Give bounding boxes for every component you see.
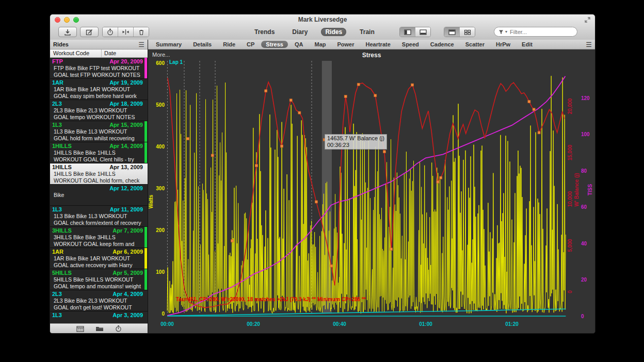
- chart-tab-qa[interactable]: QA: [290, 41, 308, 48]
- ride-color-bar: [144, 58, 147, 78]
- tiled-view-button[interactable]: [460, 27, 475, 37]
- ride-description-line1: 2L3 Bike Bike 2L3 WORKOUT: [50, 107, 148, 114]
- svg-text:00:20: 00:20: [247, 321, 260, 327]
- main-tab-diary[interactable]: Diary: [288, 28, 312, 36]
- ride-description-line2: GOAL active recovery with Harry: [50, 262, 148, 269]
- ride-date: Apr 12, 2009: [109, 185, 143, 192]
- ride-color-bar: [144, 142, 147, 163]
- sidebar-menu-icon[interactable]: ☰: [138, 41, 144, 48]
- main-tab-trends[interactable]: Trends: [250, 28, 279, 36]
- ride-list-item[interactable]: 2L3 Apr 18, 2009 2L3 Bike Bike 2L3 WORKO…: [50, 100, 148, 121]
- chart-tab-cp[interactable]: CP: [242, 41, 259, 48]
- calendar-icon[interactable]: [76, 325, 84, 332]
- ride-date: Apr 20, 2009: [109, 58, 143, 65]
- chart-tab-heartrate[interactable]: Heartrate: [361, 41, 395, 48]
- ride-workout-code: 1HILLS: [52, 143, 72, 150]
- chart-tab-power[interactable]: Power: [332, 41, 359, 48]
- window-header: Mark Liversedge: [50, 14, 595, 40]
- main-tab-train[interactable]: Train: [356, 28, 379, 36]
- svg-text:10,000: 10,000: [567, 191, 573, 207]
- chart-title: Stress: [148, 52, 595, 59]
- ride-list-item[interactable]: 1L3 Apr 15, 2009 1L3 Bike Bike 1L3 WORKO…: [50, 121, 148, 142]
- hover-tooltip: 14635.7 W' Balance (j) 00:36:23: [325, 134, 387, 150]
- bottombar-toggle-button[interactable]: [415, 27, 430, 37]
- ride-date: Apr 5, 2009: [112, 270, 143, 276]
- cp-annotation: Tau=451, CP=280, W'=23000, 18 matches >2…: [176, 297, 366, 302]
- ride-list-item[interactable]: 1L3 Apr 11, 2009 1L3 Bike Bike 1L3 WORKO…: [50, 206, 148, 227]
- ride-date: Apr 15, 2009: [109, 122, 143, 128]
- titlebar[interactable]: Mark Liversedge: [50, 14, 595, 25]
- bottombar-toggle-icon: [420, 29, 427, 35]
- chart-tab-ride[interactable]: Ride: [218, 41, 240, 48]
- ride-workout-code: 3HILLS: [52, 227, 72, 234]
- column-workout-code[interactable]: Workout Code: [50, 50, 102, 57]
- ride-list-item[interactable]: 1AR Apr 19, 2009 1AR Bike Bike 1AR WORKO…: [50, 79, 148, 100]
- ride-list-item[interactable]: 5HILLS Apr 5, 2009 5HILLS Bike 5HILLS WO…: [50, 269, 148, 290]
- chart-tab-map[interactable]: Map: [310, 41, 330, 48]
- main-tab-rides[interactable]: Rides: [321, 28, 346, 36]
- tiled-view-icon: [464, 29, 471, 35]
- ride-description-line2: GOAL tempo and mountains! weight: [50, 283, 148, 290]
- sidebar-toggle-icon: [404, 29, 411, 35]
- tabbed-view-button[interactable]: [444, 27, 460, 37]
- ride-list[interactable]: FTP Apr 20, 2009 FTP Bike Bike FTP test …: [50, 58, 148, 324]
- ride-list-item[interactable]: Apr 12, 2009 Bike: [50, 185, 148, 206]
- chart-tab-hrpw[interactable]: HrPw: [491, 41, 515, 48]
- split-button[interactable]: [118, 27, 134, 37]
- ride-description-line2: GOAL don't get lost! WORKOUT: [50, 304, 148, 311]
- ride-description-line1: 1L3 Bike Bike 1L3 WORKOUT: [50, 213, 148, 220]
- filter-field[interactable]: ▾: [494, 27, 577, 37]
- ride-list-item[interactable]: 1L3 Apr 3, 2009: [50, 311, 148, 324]
- column-date[interactable]: Date: [102, 50, 116, 57]
- folder-icon[interactable]: [95, 325, 104, 332]
- fullscreen-icon[interactable]: [584, 17, 591, 24]
- stopwatch-icon[interactable]: [115, 325, 122, 332]
- chart-tab-edit[interactable]: Edit: [517, 41, 537, 48]
- ride-list-item[interactable]: FTP Apr 20, 2009 FTP Bike Bike FTP test …: [50, 58, 148, 79]
- filter-input[interactable]: [509, 28, 562, 36]
- ride-description-line1: 1HILLS Bike Bike 1HILLS: [50, 171, 148, 177]
- svg-text:80: 80: [581, 168, 587, 174]
- ride-list-item[interactable]: 1HILLS Apr 14, 2009 1HILLS Bike Bike 1HI…: [50, 142, 148, 163]
- ride-date: Apr 4, 2009: [112, 291, 143, 298]
- download-button[interactable]: [58, 27, 77, 37]
- chart-tab-cadence[interactable]: Cadence: [426, 41, 459, 48]
- sidebar-toggle-button[interactable]: [400, 27, 415, 37]
- tabbed-view-icon: [448, 29, 456, 35]
- stress-chart-canvas[interactable]: 00:0000:2000:4001:0001:20010020030040050…: [148, 50, 595, 333]
- ride-date: Apr 14, 2009: [109, 143, 143, 150]
- chart-tab-summary[interactable]: Summary: [151, 41, 186, 48]
- interval-button[interactable]: [103, 27, 118, 37]
- ride-color-bar: [144, 121, 147, 142]
- chart-tab-details[interactable]: Details: [188, 41, 216, 48]
- tooltip-time: 00:36:23: [327, 142, 384, 149]
- ride-description-line1: 5HILLS Bike 5HILLS WORKOUT: [50, 276, 148, 283]
- split-icon: [122, 29, 130, 35]
- ride-list-item[interactable]: 3HILLS Apr 7, 2009 3HILLS Bike Bike 3HIL…: [50, 227, 148, 248]
- ride-list-item[interactable]: 1AR Apr 6, 2009 1AR Bike Bike 1AR WORKOU…: [50, 248, 148, 269]
- download-icon: [64, 29, 71, 36]
- chart-tab-stress[interactable]: Stress: [261, 41, 288, 48]
- ride-list-item[interactable]: 2L3 Apr 4, 2009 2L3 Bike Bike 2L3 WORKOU…: [50, 290, 148, 311]
- svg-text:01:20: 01:20: [505, 321, 519, 327]
- ride-workout-code: 1AR: [52, 249, 63, 255]
- svg-text:100: 100: [581, 131, 590, 137]
- chart-tab-speed[interactable]: Speed: [397, 41, 424, 48]
- ride-list-columns[interactable]: Workout Code Date: [50, 50, 148, 58]
- compose-icon: [86, 29, 93, 36]
- svg-text:300: 300: [156, 186, 165, 191]
- ride-date: Apr 6, 2009: [112, 249, 143, 255]
- chart-menu-icon[interactable]: ☰: [586, 41, 592, 48]
- ride-color-bar: [144, 100, 147, 121]
- edit-button[interactable]: [80, 27, 99, 37]
- chart-tab-scatter[interactable]: Scatter: [461, 41, 489, 48]
- svg-text:0: 0: [567, 290, 573, 293]
- delete-button[interactable]: [134, 27, 149, 37]
- ride-date: Apr 11, 2009: [110, 206, 143, 213]
- ride-list-item[interactable]: 1HILLS Apr 13, 2009 1HILLS Bike Bike 1HI…: [50, 163, 148, 185]
- ride-description-line1: 1L3 Bike Bike 1L3 WORKOUT: [50, 128, 148, 135]
- svg-text:200: 200: [156, 227, 165, 233]
- svg-text:20,000: 20,000: [567, 98, 573, 114]
- chevron-down-icon: ▾: [505, 29, 507, 34]
- stress-chart[interactable]: 00:0000:2000:4001:0001:20010020030040050…: [148, 50, 595, 333]
